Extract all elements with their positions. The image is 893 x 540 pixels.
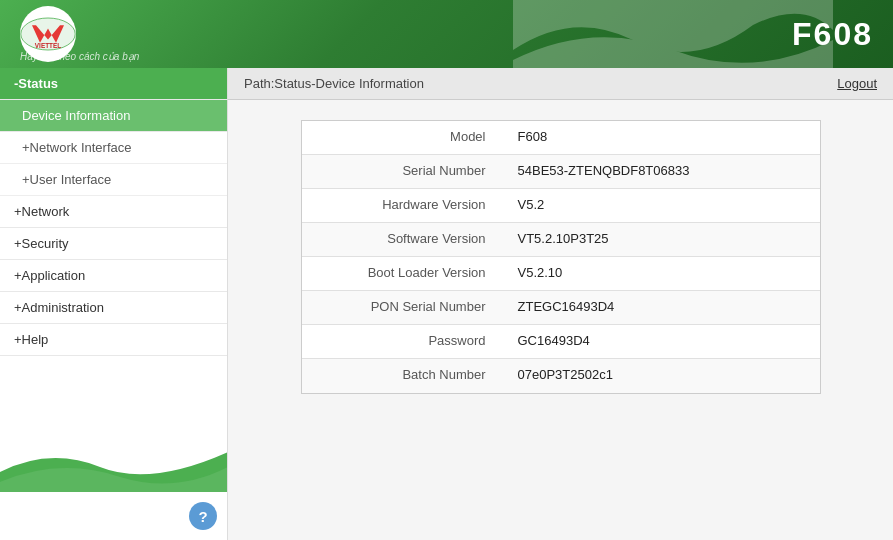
table-row: Software Version VT5.2.10P3T25 — [302, 223, 820, 257]
sidebar-footer: ? — [0, 492, 227, 540]
table-row: PON Serial Number ZTEGC16493D4 — [302, 291, 820, 325]
value-serial: 54BE53-ZTENQBDF8T06833 — [502, 155, 820, 188]
value-password: GC16493D4 — [502, 325, 820, 358]
label-sw-version: Software Version — [302, 223, 502, 256]
sidebar-item-help[interactable]: +Help — [0, 324, 227, 356]
sidebar-item-administration[interactable]: +Administration — [0, 292, 227, 324]
value-boot-version: V5.2.10 — [502, 257, 820, 290]
table-row: Batch Number 07e0P3T2502c1 — [302, 359, 820, 393]
label-boot-version: Boot Loader Version — [302, 257, 502, 290]
label-hw-version: Hardware Version — [302, 189, 502, 222]
table-row: Boot Loader Version V5.2.10 — [302, 257, 820, 291]
label-password: Password — [302, 325, 502, 358]
sidebar-item-status[interactable]: -Status — [0, 68, 227, 100]
logout-link[interactable]: Logout — [837, 76, 877, 91]
sidebar: -Status Device Information +Network Inte… — [0, 68, 228, 540]
table-row: Serial Number 54BE53-ZTENQBDF8T06833 — [302, 155, 820, 189]
table-row: Model F608 — [302, 121, 820, 155]
svg-text:VIETTEL: VIETTEL — [35, 42, 61, 49]
table-row: Password GC16493D4 — [302, 325, 820, 359]
sidebar-item-device-info[interactable]: Device Information — [0, 100, 227, 132]
value-batch: 07e0P3T2502c1 — [502, 359, 820, 393]
value-pon-serial: ZTEGC16493D4 — [502, 291, 820, 324]
content-area: Path:Status-Device Information Logout Mo… — [228, 68, 893, 540]
device-info-table: Model F608 Serial Number 54BE53-ZTENQBDF… — [301, 120, 821, 394]
value-model: F608 — [502, 121, 820, 154]
sidebar-nav: -Status Device Information +Network Inte… — [0, 68, 227, 356]
label-batch: Batch Number — [302, 359, 502, 393]
header-tagline: Hãy nói theo cách của bạn — [20, 51, 139, 62]
value-hw-version: V5.2 — [502, 189, 820, 222]
value-sw-version: VT5.2.10P3T25 — [502, 223, 820, 256]
label-pon-serial: PON Serial Number — [302, 291, 502, 324]
content-body: Model F608 Serial Number 54BE53-ZTENQBDF… — [228, 100, 893, 540]
content-header: Path:Status-Device Information Logout — [228, 68, 893, 100]
sidebar-item-user-interface[interactable]: +User Interface — [0, 164, 227, 196]
label-serial: Serial Number — [302, 155, 502, 188]
sidebar-item-security[interactable]: +Security — [0, 228, 227, 260]
sidebar-item-network-interface[interactable]: +Network Interface — [0, 132, 227, 164]
help-button[interactable]: ? — [189, 502, 217, 530]
table-row: Hardware Version V5.2 — [302, 189, 820, 223]
main-layout: -Status Device Information +Network Inte… — [0, 68, 893, 540]
sidebar-item-application[interactable]: +Application — [0, 260, 227, 292]
breadcrumb: Path:Status-Device Information — [244, 76, 424, 91]
label-model: Model — [302, 121, 502, 154]
header: VIETTEL Hãy nói theo cách của bạn F608 — [0, 0, 893, 68]
sidebar-item-network[interactable]: +Network — [0, 196, 227, 228]
